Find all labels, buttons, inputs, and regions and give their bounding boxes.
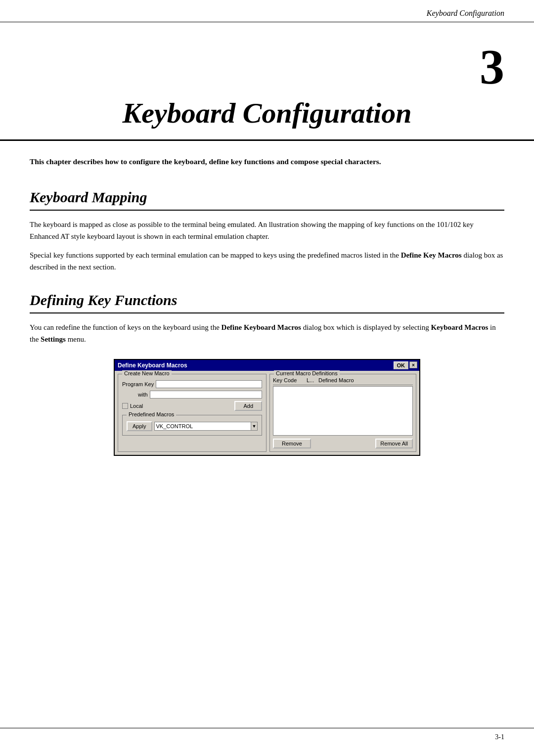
- bottom-buttons: Remove Remove All: [273, 439, 413, 448]
- local-label: Local: [130, 403, 143, 409]
- page-header: Keyboard Configuration: [0, 0, 534, 22]
- section-heading-defining-key-functions: Defining Key Functions: [30, 280, 504, 312]
- page-footer: 3-1: [0, 728, 534, 741]
- section-heading-keyboard-mapping: Keyboard Mapping: [30, 177, 504, 210]
- keyboard-mapping-para2: Special key functions supported by each …: [30, 249, 504, 273]
- apply-button[interactable]: Apply: [127, 421, 152, 431]
- current-macro-panel: Current Macro Definitions Key Code L... …: [269, 374, 416, 452]
- defining-key-functions-para: You can redefine the function of keys on…: [30, 321, 504, 345]
- chapter-title: Keyboard Configuration: [0, 91, 534, 141]
- dialog-title: Define Keyboard Macros: [118, 362, 187, 369]
- macro-select-wrapper: VK_CONTROL ▼: [154, 422, 258, 431]
- program-key-input[interactable]: [156, 380, 262, 388]
- predefined-macros-legend: Predefined Macros: [127, 411, 176, 417]
- with-row: with: [122, 391, 262, 399]
- section-defining-key-functions: Defining Key Functions You can redefine …: [30, 280, 504, 345]
- macro-select-text[interactable]: VK_CONTROL: [154, 422, 251, 431]
- dialog-titlebar: Define Keyboard Macros OK ×: [115, 360, 419, 371]
- with-input[interactable]: [150, 391, 262, 399]
- dialog-body: Create New Macro Program Key with: [115, 371, 419, 455]
- chapter-number: 3: [0, 22, 534, 91]
- local-checkbox[interactable]: [122, 403, 128, 409]
- create-macro-legend: Create New Macro: [122, 370, 172, 376]
- section-divider-2: [30, 312, 504, 313]
- program-key-label: Program Key: [122, 381, 154, 387]
- col-keycode-header: Key Code: [273, 377, 307, 383]
- page-number: 3-1: [495, 733, 504, 741]
- predefined-macros-panel: Predefined Macros Apply VK_CONTROL ▼: [122, 415, 262, 436]
- header-title: Keyboard Configuration: [427, 9, 504, 18]
- macro-dropdown-arrow[interactable]: ▼: [251, 422, 258, 431]
- col-defined-header: Defined Macro: [318, 377, 413, 383]
- with-label: with: [138, 392, 148, 398]
- section-divider: [30, 210, 504, 211]
- remove-button[interactable]: Remove: [273, 439, 311, 448]
- close-button[interactable]: ×: [409, 361, 417, 368]
- local-add-row: Local Add: [122, 401, 262, 411]
- create-macro-panel: Create New Macro Program Key with: [118, 374, 267, 452]
- ok-button[interactable]: OK: [394, 361, 409, 369]
- keyboard-mapping-para1: The keyboard is mapped as close as possi…: [30, 219, 504, 242]
- remove-all-button[interactable]: Remove All: [375, 439, 413, 448]
- main-content: This chapter describes how to configure …: [0, 141, 534, 456]
- section-keyboard-mapping: Keyboard Mapping The keyboard is mapped …: [30, 177, 504, 273]
- add-button[interactable]: Add: [234, 401, 262, 411]
- titlebar-buttons: OK ×: [394, 361, 418, 369]
- col-l-header: L...: [307, 377, 318, 383]
- dialog-box: Define Keyboard Macros OK × Create New M…: [114, 359, 420, 456]
- current-macro-legend: Current Macro Definitions: [274, 370, 340, 376]
- table-header: Key Code L... Defined Macro: [273, 377, 413, 385]
- program-key-row: Program Key: [122, 380, 262, 388]
- intro-text: This chapter describes how to configure …: [30, 156, 504, 167]
- dialog-container: Define Keyboard Macros OK × Create New M…: [30, 359, 504, 456]
- intro-block: This chapter describes how to configure …: [30, 141, 504, 177]
- predefined-row: Apply VK_CONTROL ▼: [127, 421, 258, 431]
- macro-table-body: [273, 386, 413, 436]
